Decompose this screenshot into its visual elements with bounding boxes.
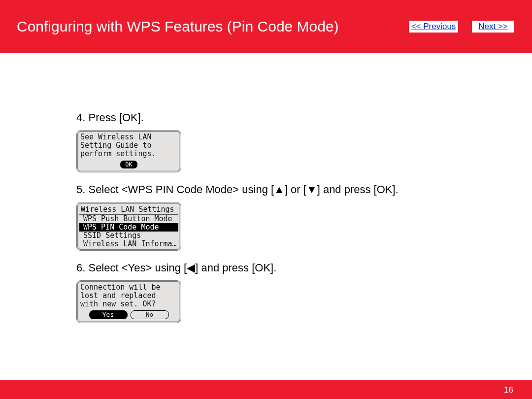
lcd2-item-3: SSID Settings: [79, 232, 178, 240]
lcd2-item-4: Wireless LAN Informa…: [79, 240, 178, 248]
step-4: 4. Press [OK]. See Wireless LAN Setting …: [76, 111, 532, 172]
lcd3-line3: with new set. OK?: [80, 300, 177, 308]
footer-bar: 16: [0, 380, 532, 399]
previous-link[interactable]: << Previous: [409, 21, 458, 33]
page-number: 16: [504, 385, 513, 395]
left-triangle-icon: ◀: [187, 262, 195, 274]
down-triangle-icon: ▼: [306, 183, 317, 196]
header-bar: Configuring with WPS Features (Pin Code …: [0, 0, 532, 53]
page-title: Configuring with WPS Features (Pin Code …: [0, 18, 409, 35]
yes-button-graphic: Yes: [89, 310, 128, 319]
step-6-text-b: ] and press [OK].: [195, 262, 276, 274]
up-triangle-icon: ▲: [274, 183, 285, 196]
lcd3-button-row: Yes No: [80, 310, 177, 319]
lcd3-line1: Connection will be: [80, 283, 177, 292]
step-5: 5. Select <WPS PIN Code Mode> using [▲] …: [76, 183, 532, 251]
lcd-screen-1: See Wireless LAN Setting Guide to perfor…: [76, 130, 181, 172]
step-5-text: 5. Select <WPS PIN Code Mode> using [▲] …: [76, 183, 532, 196]
lcd-screen-2: Wireless LAN Settings WPS Push Button Mo…: [76, 202, 181, 251]
lcd2-item-1: WPS Push Button Mode: [79, 215, 178, 223]
step-5-text-b: ] or [: [285, 183, 306, 196]
lcd1-line3: perform settings.: [80, 150, 177, 158]
ok-button-graphic: OK: [120, 161, 137, 168]
step-5-text-c: ] and press [OK].: [317, 183, 399, 196]
content-area: 4. Press [OK]. See Wireless LAN Setting …: [0, 53, 532, 323]
step-6: 6. Select <Yes> using [◀] and press [OK]…: [76, 262, 532, 323]
lcd1-line2: Setting Guide to: [80, 141, 177, 150]
next-link[interactable]: Next >>: [472, 21, 514, 33]
step-6-text-a: 6. Select <Yes> using [: [76, 262, 187, 274]
step-4-text: 4. Press [OK].: [76, 111, 532, 124]
step-5-text-a: 5. Select <WPS PIN Code Mode> using [: [76, 183, 274, 196]
lcd2-item-2-selected: WPS PIN Code Mode: [79, 223, 178, 232]
lcd3-line2: lost and replaced: [80, 292, 177, 300]
no-button-graphic: No: [131, 310, 169, 319]
step-6-text: 6. Select <Yes> using [◀] and press [OK]…: [76, 262, 532, 274]
lcd1-ok-row: OK: [80, 160, 177, 168]
lcd2-title: Wireless LAN Settings: [79, 204, 178, 215]
lcd1-line1: See Wireless LAN: [80, 133, 177, 141]
lcd-screen-3: Connection will be lost and replaced wit…: [76, 280, 181, 323]
